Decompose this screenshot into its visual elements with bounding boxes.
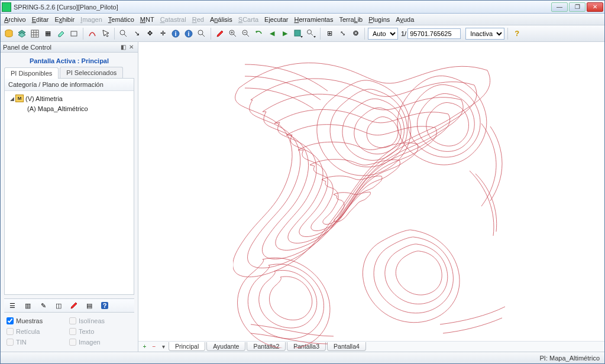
table-icon[interactable] [29,28,41,40]
panel-close-icon[interactable]: ✕ [127,43,135,51]
control-panel: Panel de Control ◧ ✕ Pantalla Activa : P… [1,42,138,352]
calc-icon[interactable]: ▤ [83,300,95,311]
pen2-icon[interactable] [68,300,80,311]
add-page-icon[interactable]: + [141,343,148,350]
move-icon[interactable]: ✥ [144,28,156,40]
status-right: PI: Mapa_Altimétrico [540,355,600,362]
prev-icon[interactable]: ◀ [266,28,278,40]
svg-text:i: i [187,30,189,37]
help2-icon[interactable]: ? [99,300,111,311]
titlebar: SPRING-5.2.6 [Curso][Plano_Piloto] — ❐ ✕ [1,1,604,14]
app-icon [2,2,11,12]
svg-point-28 [308,30,312,34]
menu-ejecutar[interactable]: Ejecutar [264,16,288,23]
gear-icon[interactable]: ❂ [350,28,361,40]
chk-reticula: Retícula [7,328,69,335]
menu-exhibir[interactable]: Exhibir [54,16,75,23]
menu-editar[interactable]: Editar [32,16,49,23]
chart-icon[interactable]: ▥ [22,300,34,311]
remove-page-icon[interactable]: − [150,343,158,350]
info-icon[interactable]: i [170,28,182,40]
svg-line-17 [202,34,205,37]
undo-icon[interactable] [253,28,265,40]
category-m-icon: M [15,95,24,102]
next-icon[interactable]: ▶ [279,28,291,40]
tab-pi-seleccionados[interactable]: PI Seleccionados [60,67,123,78]
separator [83,28,83,40]
select-arrow-icon[interactable]: ⤡ [337,28,348,40]
menu-imagen: Imagen [80,16,102,23]
svg-marker-8 [59,31,64,37]
measure-icon[interactable]: ⊞ [323,28,335,40]
draw-icon[interactable] [86,28,98,40]
separator [114,28,115,40]
btab-principal[interactable]: Principal [169,342,205,351]
svg-marker-27 [300,36,303,38]
panel-float-icon[interactable]: ◧ [119,43,127,51]
svg-marker-30 [313,36,316,38]
canvas-wrap: + − ▾ Principal Ayudante Pantalla2 Panta… [138,42,604,352]
svg-point-10 [120,30,125,35]
svg-rect-9 [71,31,77,36]
layers-icon[interactable] [16,28,28,40]
db-icon[interactable] [3,28,15,40]
menu-mnt[interactable]: MNT [140,16,154,23]
contour-map [233,53,511,348]
select-down-icon[interactable]: ↘ [131,28,143,40]
eraser-icon[interactable] [55,28,67,40]
svg-line-11 [124,34,127,37]
svg-rect-26 [295,30,300,36]
wand-icon[interactable]: ✎ [37,300,49,311]
separator [211,28,211,40]
zoom-out-icon[interactable] [240,28,252,40]
status-bar: PI: Mapa_Altimétrico [1,352,604,363]
menu-ayuda[interactable]: Ayuda [396,16,414,23]
chk-isolineas: Isolíneas [69,317,132,324]
info2-icon[interactable]: i [183,28,195,40]
help-icon[interactable]: ? [511,28,523,40]
menu-scarta: SCarta [238,16,258,23]
grid-icon[interactable]: ▦ [42,28,54,40]
tree-row-root[interactable]: ◢ M (V) Altimetria [6,93,132,103]
menubar: Archivo Editar Exhibir Imagen Temático M… [1,14,604,25]
tree-child-label: (A) Mapa_Altimétrico [27,105,88,112]
pages-menu-icon[interactable]: ▾ [160,343,167,350]
zoom2-icon[interactable] [196,28,208,40]
scale-input[interactable] [407,28,461,39]
checkbox-group: Muestras Isolíneas Retícula Texto TIN Im… [1,313,138,352]
separator [364,28,365,40]
zoom-icon[interactable] [118,28,130,40]
menu-analisis[interactable]: Análisis [210,16,232,23]
menu-archivo[interactable]: Archivo [4,16,26,23]
map-canvas[interactable] [138,42,604,341]
menu-terralib[interactable]: TerraLib [339,16,363,23]
tab-pi-disponibles[interactable]: PI Disponibles [4,67,59,79]
zoom-drop-icon[interactable] [305,28,317,40]
pointer-icon[interactable] [99,28,111,40]
minimize-button[interactable]: — [551,2,568,12]
svg-point-16 [198,30,203,35]
svg-text:?: ? [103,302,107,309]
tree-root-label: (V) Altimetria [25,95,63,102]
stats-icon[interactable]: ◫ [53,300,64,311]
menu-tematico[interactable]: Temático [108,16,134,23]
list-icon[interactable]: ☰ [7,300,18,311]
panel-title: Panel de Control [3,44,119,51]
toolbar: ▦ ↘ ✥ ✛ i i ◀ ▶ ⊞ ⤡ ❂ Auto 1/ Inactiva ? [1,25,604,42]
zoom-in-icon[interactable] [227,28,239,40]
layer-drop-icon[interactable] [292,28,304,40]
scale-prefix: 1/ [401,30,406,37]
state-select[interactable]: Inactiva [465,28,504,40]
maximize-button[interactable]: ❐ [569,2,585,12]
crosshair-icon[interactable]: ✛ [157,28,169,40]
chk-muestras[interactable]: Muestras [7,317,69,324]
collapse-icon[interactable]: ◢ [8,96,15,102]
close-button[interactable]: ✕ [587,2,603,12]
pencil-icon[interactable] [214,28,226,40]
menu-herramientas[interactable]: Herramientas [294,16,333,23]
mode-select[interactable]: Auto [368,28,398,40]
rect-icon[interactable] [68,28,80,40]
tree-row-child[interactable]: (A) Mapa_Altimétrico [6,103,132,113]
menu-plugins[interactable]: Plugins [368,16,390,23]
svg-line-21 [234,34,236,37]
